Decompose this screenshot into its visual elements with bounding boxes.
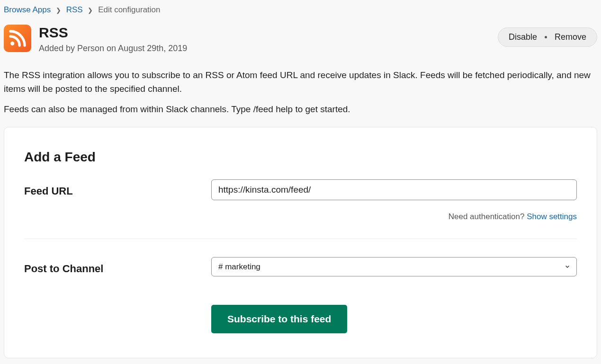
added-by-text: Added by Person on August 29th, 2019 <box>39 42 490 55</box>
show-settings-link[interactable]: Show settings <box>527 212 577 221</box>
auth-hint: Need authentication? Show settings <box>211 211 577 223</box>
post-to-channel-label: Post to Channel <box>24 257 202 276</box>
subscribe-button[interactable]: Subscribe to this feed <box>211 305 347 333</box>
separator-dot <box>545 36 547 38</box>
feed-url-input[interactable] <box>211 179 577 200</box>
channel-select[interactable]: # marketing <box>211 257 577 276</box>
remove-button[interactable]: Remove <box>555 31 586 44</box>
description-paragraph: The RSS integration allows you to subscr… <box>4 68 597 96</box>
post-to-channel-row: Post to Channel # marketing <box>24 257 577 276</box>
page-title: RSS <box>39 25 490 40</box>
description-paragraph: Feeds can also be managed from within Sl… <box>4 102 597 116</box>
feed-url-row: Feed URL Need authentication? Show setti… <box>24 179 577 223</box>
breadcrumb: Browse Apps ❯ RSS ❯ Edit configuration <box>4 4 597 16</box>
page-header: RSS Added by Person on August 29th, 2019… <box>4 25 597 55</box>
chevron-right-icon: ❯ <box>88 7 93 14</box>
breadcrumb-link-browse-apps[interactable]: Browse Apps <box>4 5 51 14</box>
feed-url-label: Feed URL <box>24 179 202 199</box>
disable-button[interactable]: Disable <box>509 31 537 44</box>
svg-point-0 <box>10 41 14 45</box>
add-feed-heading: Add a Feed <box>24 147 577 167</box>
add-feed-card: Add a Feed Feed URL Need authentication?… <box>4 127 597 359</box>
header-actions: Disable Remove <box>498 27 597 47</box>
breadcrumb-current: Edit configuration <box>98 5 160 14</box>
breadcrumb-link-rss[interactable]: RSS <box>66 5 83 14</box>
divider <box>24 239 577 239</box>
chevron-right-icon: ❯ <box>56 7 61 14</box>
auth-hint-text: Need authentication? <box>449 212 527 221</box>
description: The RSS integration allows you to subscr… <box>4 68 597 116</box>
rss-app-icon <box>4 25 31 52</box>
